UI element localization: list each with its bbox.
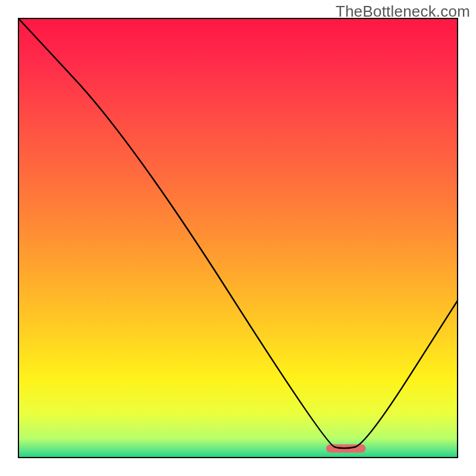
chart-container: TheBottleneck.com <box>0 0 476 476</box>
plot-area <box>18 18 458 458</box>
watermark-text: TheBottleneck.com <box>336 2 470 21</box>
gradient-background <box>18 18 458 458</box>
chart-svg <box>18 18 458 458</box>
